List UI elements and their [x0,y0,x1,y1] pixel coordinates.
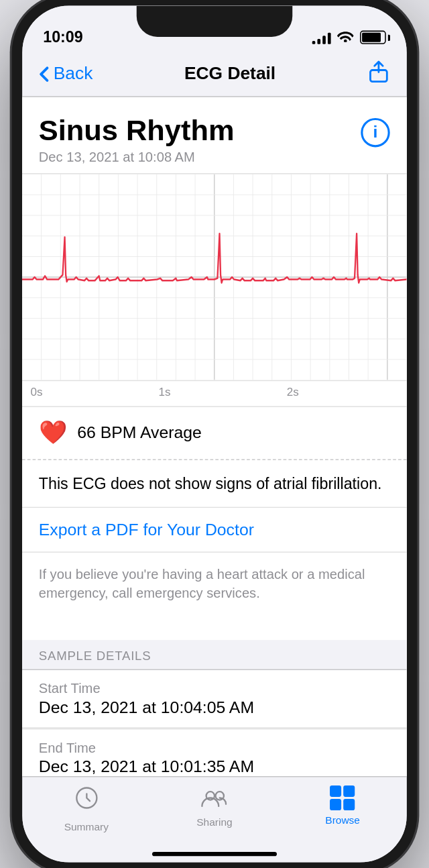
tab-summary-label: Summary [64,821,109,832]
time-labels: 0s 1s 2s [22,381,407,406]
tab-browse-label: Browse [325,814,360,826]
status-icons [312,30,386,45]
wifi-icon [337,30,354,45]
time-label-2: 2s [279,385,407,398]
export-pdf-link[interactable]: Export a PDF for Your Doctor [22,508,407,553]
start-time-row: Start Time Dec 13, 2021 at 10:04:05 AM [22,670,407,728]
nav-title: ECG Detail [184,63,275,84]
ecg-chart [22,173,407,381]
share-button[interactable] [367,60,390,88]
side-button-silent [12,109,13,146]
end-time-label: End Time [39,740,390,755]
notch [137,5,293,37]
battery-icon [360,31,386,44]
tab-sharing[interactable]: Sharing [150,785,278,828]
phone-frame: 10:09 Ba [12,0,418,868]
tab-sharing-label: Sharing [196,816,232,828]
battery-fill [362,33,381,42]
signal-bar-1 [312,40,316,44]
start-time-value: Dec 13, 2021 at 10:04:05 AM [39,698,390,717]
warning-text: If you believe you're having a heart att… [22,553,407,616]
heart-icon: ❤️ [39,419,67,446]
side-button-vol-up [12,162,13,229]
end-time-value: Dec 13, 2021 at 10:01:35 AM [39,758,390,776]
home-indicator [152,852,277,856]
tab-browse[interactable]: Browse [279,785,407,826]
signal-bar-4 [328,32,331,44]
side-button-vol-down [12,245,13,313]
browse-icon [330,785,355,810]
bpm-text: 66 BPM Average [77,424,202,443]
ecg-datetime: Dec 13, 2021 at 10:08 AM [39,149,235,164]
bpm-row: ❤️ 66 BPM Average [22,406,407,460]
tab-summary[interactable]: Summary [22,785,150,832]
ecg-description: This ECG does not show signs of atrial f… [22,460,407,508]
browse-grid-cell-3 [330,799,342,810]
nav-bar: Back ECG Detail [22,52,407,97]
start-time-label: Start Time [39,681,390,696]
ecg-header-text: Sinus Rhythm Dec 13, 2021 at 10:08 AM [39,114,235,165]
back-label: Back [54,63,93,84]
summary-icon [74,785,99,817]
chevron-left-icon [39,66,50,83]
status-time: 10:09 [43,28,82,45]
browse-grid-cell-2 [344,785,355,797]
signal-bar-3 [322,36,326,44]
content-area: Sinus Rhythm Dec 13, 2021 at 10:08 AM i [22,97,407,776]
side-button-power [416,188,418,271]
time-label-1: 1s [150,385,278,398]
back-button[interactable]: Back [39,63,93,84]
signal-bars [312,31,331,44]
browse-grid-cell-4 [344,799,355,810]
sample-details-section: SAMPLE DETAILS Start Time Dec 13, 2021 a… [22,640,407,775]
signal-bar-2 [317,38,320,44]
sample-section-header: SAMPLE DETAILS [22,640,407,669]
info-icon: i [373,123,378,142]
sharing-icon [201,785,228,812]
tab-bar: Summary Sharing Browse [22,776,407,863]
browse-grid-cell-1 [330,785,342,797]
share-icon [367,60,390,83]
ecg-header: Sinus Rhythm Dec 13, 2021 at 10:08 AM i [22,97,407,173]
end-time-row: End Time Dec 13, 2021 at 10:01:35 AM [22,728,407,776]
time-label-0: 0s [22,385,150,398]
info-button[interactable]: i [361,118,390,147]
ecg-diagnosis: Sinus Rhythm [39,114,235,148]
